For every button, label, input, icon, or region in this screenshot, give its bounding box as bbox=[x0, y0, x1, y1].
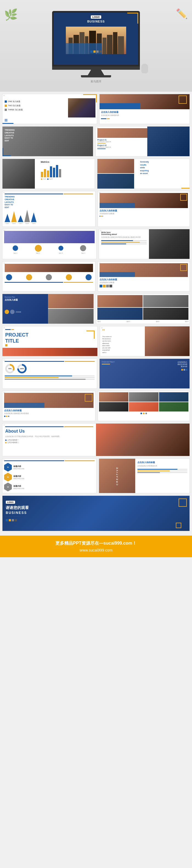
slides-container: 01 ONE 加入标题 TWO 加入标题 bbox=[0, 92, 192, 535]
slide3-trending: TRENDINGCREATIVELAYOUTSEASY TOEDIT bbox=[5, 129, 91, 142]
slide-21[interactable]: 21 About Us 点击此处加入关于我们的描述文本内容，可以介绍公司的背景、… bbox=[2, 423, 190, 456]
row-10: 19 点击加入你的标题 点击此处加入副标题文本内容描述 20 bbox=[2, 391, 190, 421]
row-4: 07 TRENDINGCREATIVELAYOUTSEASY TOEDIT Ca… bbox=[2, 191, 190, 227]
slide1-item2: TWO 加入标题 bbox=[8, 104, 21, 107]
slide-22[interactable]: 22 01 标题内容 描述文本加入此处 02 bbox=[2, 459, 97, 493]
slide-10[interactable]: 10 Write hereSomething about 点击此处加入描述文本内… bbox=[99, 229, 190, 259]
slide-19[interactable]: 19 点击加入你的标题 点击此处加入副标题文本内容描述 bbox=[2, 391, 95, 421]
row-8: 15 PROJECTTITLE 16 " bbox=[2, 326, 190, 356]
slide1-item1: ONE 加入标题 bbox=[8, 100, 20, 103]
slide-6[interactable]: 06 Generallyresultswhileacquiringan asse… bbox=[97, 159, 190, 189]
slide-24[interactable]: 24 LOGO 谢谢您的观看 BUSINESS ............ bbox=[2, 495, 190, 531]
slide-4[interactable]: 04 Project #1 点击此处加入描述文本 Project #2 点击此处… bbox=[95, 126, 190, 156]
slide17-pct1: 70% bbox=[5, 364, 15, 374]
slide16-quote: The review ofthe businesscan be moreeffe… bbox=[102, 336, 142, 353]
slide-17[interactable]: 17 70% bbox=[2, 359, 97, 389]
slide23-title: 点击加入你的标题 bbox=[137, 461, 187, 464]
slide2-subtitle: 点击此处加入副标题内容 bbox=[101, 114, 188, 117]
slide-5[interactable]: 05 Metrics bbox=[2, 159, 95, 189]
monitor-subtitle: ............ bbox=[88, 23, 104, 25]
footer-url: www.sucai999.com bbox=[5, 548, 187, 552]
hero-label: 素鸟图库 bbox=[91, 80, 101, 84]
slide5-metrics: Metrics bbox=[41, 161, 93, 163]
slide6-generally: Generallyresultswhileacquiringan asset bbox=[140, 161, 188, 175]
row-6: 11 12 bbox=[2, 261, 190, 291]
slide-13[interactable]: 13 Business Plan 点击加入标题 点击此处 bbox=[2, 294, 94, 324]
row-13: 24 LOGO 谢谢您的观看 BUSINESS ............ bbox=[2, 495, 190, 531]
row-12: 22 01 标题内容 描述文本加入此处 02 bbox=[2, 459, 190, 493]
slide8-title: 点击加入你的标题 bbox=[100, 209, 188, 212]
slide21-about: About Us bbox=[5, 429, 93, 434]
slide-11[interactable]: 11 bbox=[2, 261, 95, 291]
footer-banner: 更多精品PPT资源尽在—sucai999.com！ www.sucai999.c… bbox=[0, 535, 192, 557]
slide-8[interactable]: 08 点击加入你的标题 点击此处加入副标题 bbox=[98, 191, 190, 227]
row-2: 03 TRENDINGCREATIVELAYOUTSEASY TOEDIT 04… bbox=[2, 126, 190, 156]
footer-main: 更多精品PPT资源尽在—sucai999.com！ bbox=[5, 540, 187, 546]
hero-section: 🌿 ✏️ LOGO BUSINESS ............ bbox=[0, 0, 192, 92]
slide-14[interactable]: 14 项目1 项目2 项目3 项目4 bbox=[96, 294, 190, 324]
slide15-project: PROJECTTITLE bbox=[5, 332, 95, 344]
slide-3[interactable]: 03 TRENDINGCREATIVELAYOUTSEASY TOEDIT bbox=[2, 126, 93, 156]
monitor: LOGO BUSINESS ............ bbox=[52, 11, 140, 78]
svg-rect-9 bbox=[113, 32, 118, 54]
row-5: 09 Item 1 Item 2 Item 3 Item 4 10 bbox=[2, 229, 190, 259]
monitor-title: BUSINESS bbox=[87, 20, 105, 23]
slide-7[interactable]: 07 TRENDINGCREATIVELAYOUTSEASY TOEDIT Ca… bbox=[2, 191, 95, 227]
slide23-creative: CREATIVE bbox=[116, 466, 119, 485]
slide-2[interactable]: 02 点击加入你的标题 点击此处加入副标题内容 bbox=[99, 94, 190, 124]
slide-18[interactable]: 18 Corporate Report 点击此处加入描述文本内容更多内容 bbox=[99, 359, 190, 389]
plant-decoration: 🌿 bbox=[4, 8, 18, 21]
slide7-trending: TRENDINGCREATIVELAYOUTSEASY TOEDIT bbox=[5, 195, 93, 209]
slide-9[interactable]: 09 Item 1 Item 2 Item 3 Item 4 bbox=[2, 229, 97, 259]
slide1-item3: THREE 加入标题 bbox=[8, 108, 23, 111]
slide-12[interactable]: 12 点击加入你的标题 点击此处加入副标题 bbox=[98, 261, 190, 291]
svg-rect-7 bbox=[103, 38, 106, 54]
svg-rect-8 bbox=[107, 35, 113, 54]
slide-1[interactable]: 01 ONE 加入标题 TWO 加入标题 bbox=[2, 94, 97, 124]
slide2-title: 点击加入你的标题 bbox=[101, 111, 188, 114]
slide-20[interactable]: 20 bbox=[98, 391, 190, 421]
slide-23[interactable]: 23 CREATIVE 点击加入你的标题 点击此处加入内容描述文本 bbox=[99, 459, 190, 493]
slide19-title: 点击加入你的标题 bbox=[4, 409, 94, 412]
row-11: 21 About Us 点击此处加入关于我们的描述文本内容，可以介绍公司的背景、… bbox=[2, 423, 190, 456]
slide-16[interactable]: 16 " The review ofthe businesscan be mor… bbox=[100, 326, 190, 356]
monitor-logo: LOGO bbox=[91, 16, 101, 19]
slide24-logo: LOGO bbox=[6, 501, 15, 504]
slide12-title: 点击加入你的标题 bbox=[100, 278, 188, 281]
slide24-business: BUSINESS bbox=[6, 511, 186, 515]
row-7: 13 Business Plan 点击加入标题 点击此处 bbox=[2, 294, 190, 324]
row-1: 01 ONE 加入标题 TWO 加入标题 bbox=[2, 94, 190, 124]
slide-15[interactable]: 15 PROJECTTITLE bbox=[2, 326, 98, 356]
pencil-decoration: ✏️ bbox=[176, 8, 188, 20]
slide24-thankyou: 谢谢您的观看 bbox=[6, 505, 186, 510]
row-9: 17 70% bbox=[2, 359, 190, 389]
row-3: 05 Metrics bbox=[2, 159, 190, 189]
slide10-write: Write hereSomething about bbox=[101, 231, 147, 235]
svg-rect-10 bbox=[118, 36, 124, 54]
slide17-pct2: 100% bbox=[17, 364, 27, 374]
